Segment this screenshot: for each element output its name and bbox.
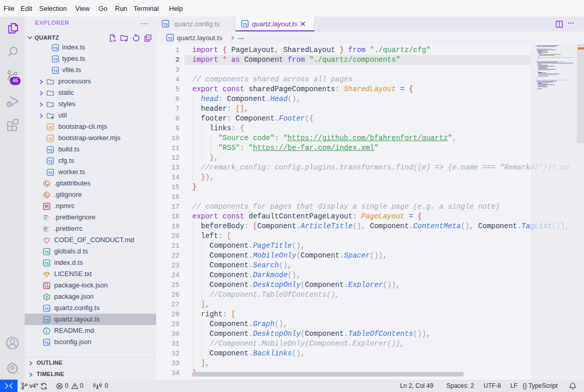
svg-text:TS: TS xyxy=(44,250,49,254)
svg-text:TS: TS xyxy=(44,318,49,322)
svg-text:TS: TS xyxy=(243,23,247,26)
svg-text:TS: TS xyxy=(48,160,53,163)
svg-text:TS: TS xyxy=(53,46,58,50)
svg-text:TS: TS xyxy=(48,171,53,175)
svg-text:JS: JS xyxy=(48,137,53,141)
svg-text:TS: TS xyxy=(44,262,49,265)
svg-text:TS: TS xyxy=(163,23,168,26)
svg-text:TS: TS xyxy=(53,69,58,73)
svg-text:JS: JS xyxy=(48,126,53,129)
svg-text:TS: TS xyxy=(168,37,173,40)
svg-text:TS: TS xyxy=(48,148,53,152)
svg-text:TS: TS xyxy=(53,58,58,61)
svg-text:S: S xyxy=(45,295,48,299)
svg-text:TS: TS xyxy=(44,307,49,311)
